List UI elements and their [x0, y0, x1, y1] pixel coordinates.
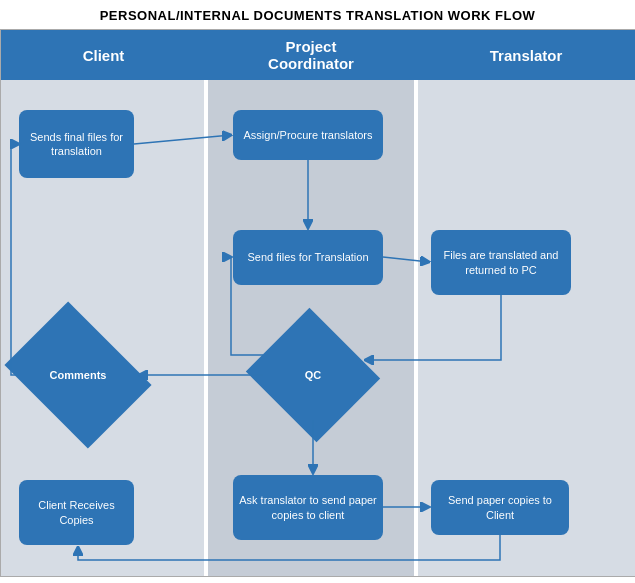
header-translator: Translator: [416, 30, 635, 80]
send-paper-box: Send paper copies to Client: [431, 480, 569, 535]
qc-label: QC: [263, 330, 363, 420]
divider-left: [204, 80, 208, 576]
page-title: PERSONAL/INTERNAL DOCUMENTS TRANSLATION …: [0, 0, 635, 29]
assign-box: Assign/Procure translators: [233, 110, 383, 160]
qc-diamond-wrap: QC: [263, 330, 363, 420]
files-translated-box: Files are translated and returned to PC: [431, 230, 571, 295]
diagram: Client Project Coordinator Translator Se…: [0, 29, 635, 577]
client-receives-box: Client Receives Copies: [19, 480, 134, 545]
divider-right: [414, 80, 418, 576]
ask-translator-box: Ask translator to send paper copies to c…: [233, 475, 383, 540]
send-files-box: Send files for Translation: [233, 230, 383, 285]
header-client: Client: [1, 30, 206, 80]
comments-diamond-wrap: Comments: [19, 330, 137, 420]
sends-final-box: Sends final files for translation: [19, 110, 134, 178]
header-pc: Project Coordinator: [206, 30, 416, 80]
comments-label: Comments: [19, 330, 137, 420]
